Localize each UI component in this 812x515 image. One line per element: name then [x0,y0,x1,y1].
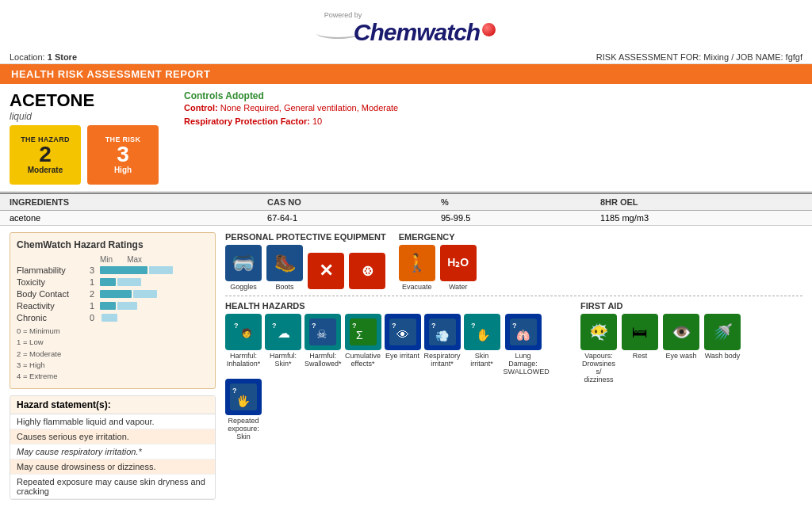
rating-row: Body Contact 2 [17,289,209,299]
icon-repeated-exposure: ?🖐 Repeated exposure: Skin [225,379,262,441]
cell-name: acetone [0,211,258,226]
cell-cas: 67-64-1 [258,211,431,226]
icon-skin: ?☁ Harmful: Skin* [265,314,301,376]
health-hazards-section: HEALTH HAZARDS ?🧑 Harmful: Inhalation* ?… [225,301,565,441]
risk-box: THE RISK 3 High [87,125,159,185]
health-hazards-title: HEALTH HAZARDS [225,301,565,311]
svg-text:☠: ☠ [316,327,327,341]
product-info: ACETONE liquid THE HAZARD 2 Moderate THE… [10,90,168,185]
svg-text:?: ? [232,387,237,395]
emergency-title: EMERGENCY [399,232,477,242]
rating-row: Flammability 3 [17,265,209,275]
svg-text:?: ? [272,322,277,330]
emergency-icons: 🚶 Evacuate H₂O Water [399,245,477,291]
icon-eye-wash: 👁️ Eye wash [663,314,699,383]
ratings-legend: 0 = Minimum1 = Low2 = Moderate3 = High4 … [17,326,209,382]
icon-lung-damage: ?🫁 Lung Damage: SWALLOWED [504,314,543,376]
location-bar: Location: 1 Store RISK ASSESSMENT FOR: M… [0,51,812,64]
col-percent: % [431,193,591,211]
product-state: liquid [10,111,168,122]
col-oel: 8HR OEL [591,193,812,211]
icon-inhalation: ?🧑 Harmful: Inhalation* [225,314,262,376]
hazard-box: THE HAZARD 2 Moderate [10,125,81,185]
icon-boots: 🥾 Boots [266,245,303,291]
cell-oel: 1185 mg/m3 [591,211,812,226]
first-aid-title: FIRST AID [580,301,802,311]
location-text: Location: 1 Store [10,52,77,62]
svg-text:?: ? [234,322,239,330]
risk-assessment-text: RISK ASSESSMENT FOR: Mixing / JOB NAME: … [596,52,802,62]
svg-text:💨: 💨 [435,330,450,343]
svg-text:?: ? [431,322,436,330]
ingredients-table: INGREDIENTS CAS NO % 8HR OEL acetone 67-… [0,193,812,226]
hazard-boxes: THE HAZARD 2 Moderate THE RISK 3 High [10,125,168,185]
logo-text: Chemwatch [354,19,480,46]
icon-no1: ✕ [308,253,344,291]
hazard-ratings-title: ChemWatch Hazard Ratings [17,239,209,250]
ppe-section: PERSONAL PROTECTIVE EQUIPMENT 🥽 Goggles … [225,232,386,291]
cell-percent: 95-99.5 [431,211,591,226]
ppe-title: PERSONAL PROTECTIVE EQUIPMENT [225,232,386,242]
icon-eye-irritant: ?👁 Eye irritant [385,314,421,376]
health-hazards-icons: ?🧑 Harmful: Inhalation* ?☁ Harmful: Skin… [225,314,565,441]
hazard-statements-box: Hazard statement(s): Highly flammable li… [10,395,216,500]
svg-text:☁: ☁ [278,326,290,340]
ppe-icons: 🥽 Goggles 🥾 Boots ✕ ⊛ [225,245,386,291]
controls-title: Controls Adopted [184,90,802,101]
rpf-line: Respiratory Protection Factor: 10 [184,115,802,128]
icon-cumulative: ?Σ Cumulative effects* [345,314,381,376]
col-cas: CAS NO [258,193,431,211]
icon-rest: 🛏 Rest [622,314,658,383]
svg-text:🖐: 🖐 [236,395,251,408]
two-columns: HEALTH HAZARDS ?🧑 Harmful: Inhalation* ?… [225,301,802,441]
emergency-section: EMERGENCY 🚶 Evacuate H₂O Water [399,232,477,291]
svg-text:?: ? [392,322,396,330]
svg-text:?: ? [312,322,316,330]
icon-water: H₂O Water [440,245,477,291]
hazard-statements-list: Highly flammable liquid and vapour.Cause… [10,414,215,499]
icon-evacuate: 🚶 Evacuate [399,245,435,291]
svg-text:🧑: 🧑 [241,327,252,338]
svg-text:Σ: Σ [356,329,363,341]
col-ingredients: INGREDIENTS [0,193,258,211]
hazard-statement-item: May cause drowsiness or dizziness. [10,460,215,475]
svg-text:✋: ✋ [476,328,491,342]
divider1 [225,296,802,296]
control-line1: Control: None Required, General ventilat… [184,101,802,115]
controls-section: Controls Adopted Control: None Required,… [176,90,802,185]
logo-ball [482,23,496,36]
hazard-ratings-box: ChemWatch Hazard Ratings Min Max Flammab… [10,232,216,389]
icon-swallowed: ?☠ Harmful: Swallowed* [304,314,342,376]
hazard-statement-item: May cause respiratory irritation.* [10,444,215,460]
icon-skin-irritant: ?✋ Skin irritant* [464,314,500,376]
icon-respiratory: ?💨 Respiratory irritant* [424,314,461,376]
svg-text:🫁: 🫁 [516,329,530,342]
rating-row: Toxicity 1 [17,277,209,287]
icon-no2: ⊛ [349,253,385,291]
title-bar-text: HEALTH RISK ASSESSMENT REPORT [11,68,210,80]
header: Powered by Chemwatch [0,0,812,51]
title-bar: HEALTH RISK ASSESSMENT REPORT [0,64,812,84]
powered-by-label: Powered by [324,11,496,19]
rating-row: Reactivity 1 [17,301,209,311]
icon-goggles: 🥽 Goggles [225,245,262,291]
left-panel: ChemWatch Hazard Ratings Min Max Flammab… [10,232,216,500]
min-label: Min [100,255,113,264]
icon-vapours: 😶‍🌫️ Vapours: Drowsines s/ dizziness [580,314,617,383]
max-label: Max [127,255,142,264]
first-aid-icons: 😶‍🌫️ Vapours: Drowsines s/ dizziness 🛏 R… [580,314,802,383]
product-name: ACETONE [10,90,168,111]
ratings-rows: Flammability 3 Toxicity 1 Body Contact 2… [17,265,209,322]
table-row: acetone 67-64-1 95-99.5 1185 mg/m3 [0,211,812,226]
hazard-statement-item: Highly flammable liquid and vapour. [10,414,215,429]
main-product-row: ACETONE liquid THE HAZARD 2 Moderate THE… [0,84,812,193]
lower-section: ChemWatch Hazard Ratings Min Max Flammab… [0,226,812,506]
first-aid-section: FIRST AID 😶‍🌫️ Vapours: Drowsines s/ diz… [580,301,802,441]
hazard-statement-item: Repeated exposure may cause skin dryness… [10,475,215,499]
right-panel: PERSONAL PROTECTIVE EQUIPMENT 🥽 Goggles … [225,232,802,500]
rating-row: Chronic 0 [17,313,209,322]
hazard-statement-title: Hazard statement(s): [10,396,215,414]
icon-wash-body: 🚿 Wash body [704,314,741,383]
hazard-statement-item: Causes serious eye irritation. [10,429,215,444]
svg-text:?: ? [471,322,476,330]
